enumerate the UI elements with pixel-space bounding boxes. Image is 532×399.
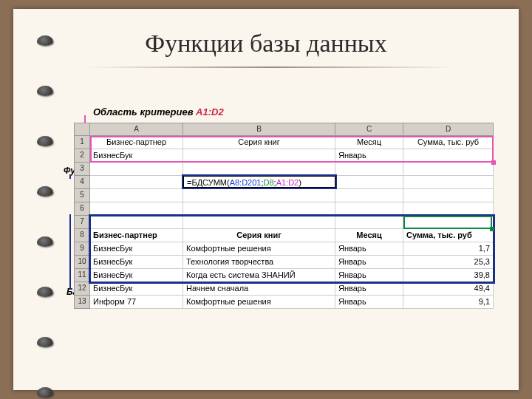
formula-box[interactable]: =БДСУММ(A8:D201;D8;A1:D2) [183,176,335,188]
cell-B3[interactable] [183,163,335,176]
col-headers: A B C D [74,123,494,136]
cell-B2[interactable] [183,149,335,163]
row-2: 2 БизнесБук Январь [74,149,494,163]
row-9: 9БизнесБукКомфортные решенияЯнварь1,7 [74,242,494,256]
row-8: 8 Бизнес-партнер Серия книг Месяц Сумма,… [74,229,494,242]
cell-D9[interactable]: 1,7 [403,242,494,256]
row-7: 7 [74,216,494,229]
formula-arg3: A1:D2 [276,178,299,187]
cell-A9[interactable]: БизнесБук [90,242,183,256]
cell-B6[interactable] [183,202,335,216]
arrow-func-stub [69,174,71,179]
arrow-db-h [69,288,72,290]
cell-C6[interactable] [335,202,403,216]
cell-D2[interactable] [403,149,494,163]
cell-B10[interactable]: Технология творчества [183,256,335,269]
cell-B1[interactable]: Серия книг [183,136,335,149]
rowhead-12: 12 [74,282,90,296]
row-13: 13Информ 77Комфортные решенияЯнварь9,1 [74,296,494,309]
cell-B7[interactable] [183,216,335,229]
cell-B9[interactable]: Комфортные решения [183,242,335,256]
slide-title: Функции базы данных [13,30,519,58]
col-C: C [335,123,403,136]
label-criteria: Область критериев A1:D2 [93,106,224,117]
col-D: D [403,123,494,136]
cell-D5[interactable] [403,189,494,202]
label-criteria-text: Область критериев [93,106,196,117]
cell-C3[interactable] [335,163,403,176]
cell-C4[interactable] [335,176,403,189]
cell-C8[interactable]: Месяц [335,229,403,242]
rowhead-8: 8 [74,229,90,242]
cell-D12[interactable]: 49,4 [403,282,494,296]
row-12: 12БизнесБукНачнем сначалаЯнварь49,4 [74,282,494,296]
cell-A1[interactable]: Бизнес-партнер [90,136,183,149]
cell-B5[interactable] [183,189,335,202]
title-underline [86,66,455,68]
cell-A12[interactable]: БизнесБук [90,282,183,296]
rowhead-13: 13 [74,296,90,309]
formula-arg1: A8:D201 [230,178,262,187]
cell-D6[interactable] [403,202,494,216]
cell-A8[interactable]: Бизнес-партнер [90,229,183,242]
row-10: 10БизнесБукТехнология творчестваЯнварь25… [74,256,494,269]
rowhead-9: 9 [74,242,90,256]
slide: Функции базы данных Область критериев A1… [13,9,519,390]
cell-A10[interactable]: БизнесБук [90,256,183,269]
cell-C10[interactable]: Январь [335,256,403,269]
rowhead-10: 10 [74,256,90,269]
cell-C13[interactable]: Январь [335,296,403,309]
cell-D10[interactable]: 25,3 [403,256,494,269]
cell-B8[interactable]: Серия книг [183,229,335,242]
cell-A11[interactable]: БизнесБук [90,269,183,282]
cell-A7[interactable] [90,216,183,229]
cell-C2[interactable]: Январь [335,149,403,163]
rowhead-11: 11 [74,269,90,282]
cell-C12[interactable]: Январь [335,282,403,296]
cell-A4[interactable] [90,176,183,189]
rowhead-5: 5 [74,189,90,202]
handle-criteria [491,160,496,165]
rowhead-3: 3 [74,163,90,176]
rowhead-2: 2 [74,149,90,163]
col-A: A [90,123,183,136]
formula-close: ) [299,178,301,187]
cell-B11[interactable]: Когда есть система ЗНАНИЙ [183,269,335,282]
formula-fn: =БДСУММ( [187,178,230,187]
cell-D4[interactable] [403,176,494,189]
cell-C7[interactable] [335,216,403,229]
cell-D7[interactable] [403,216,494,229]
spreadsheet: A B C D 1 Бизнес-партнер Серия книг Меся… [74,123,494,309]
label-criteria-ref: A1:D2 [196,106,224,117]
cell-D1[interactable]: Сумма, тыс. руб [403,136,494,149]
cell-A2[interactable]: БизнесБук [90,149,183,163]
corner-cell [74,123,90,136]
arrow-db-v [69,214,71,288]
rowhead-1: 1 [74,136,90,149]
formula-arg2: D8 [264,178,274,187]
rowhead-4: 4 [74,176,90,189]
cell-D11[interactable]: 39,8 [403,269,494,282]
cell-D13[interactable]: 9,1 [403,296,494,309]
cell-C5[interactable] [335,189,403,202]
cell-C1[interactable]: Месяц [335,136,403,149]
row-3: 3 [74,163,494,176]
handle-field [490,227,494,231]
rowhead-6: 6 [74,202,90,216]
row-5: 5 [74,189,494,202]
cell-A5[interactable] [90,189,183,202]
cell-D3[interactable] [403,163,494,176]
binder-decor [37,35,53,398]
cell-B13[interactable]: Комфортные решения [183,296,335,309]
rowhead-7: 7 [74,216,90,229]
cell-A3[interactable] [90,163,183,176]
row-6: 6 [74,202,494,216]
cell-B12[interactable]: Начнем сначала [183,282,335,296]
cell-A6[interactable] [90,202,183,216]
cell-C11[interactable]: Январь [335,269,403,282]
cell-A13[interactable]: Информ 77 [90,296,183,309]
cell-D8[interactable]: Сумма, тыс. руб [403,229,494,242]
row-1: 1 Бизнес-партнер Серия книг Месяц Сумма,… [74,136,494,149]
row-11: 11БизнесБукКогда есть система ЗНАНИЙЯнва… [74,269,494,282]
cell-C9[interactable]: Январь [335,242,403,256]
